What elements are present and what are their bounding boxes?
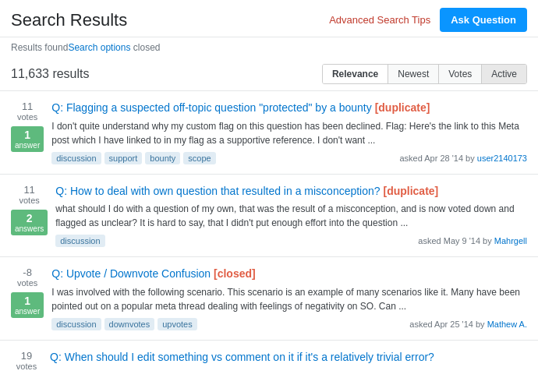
- vote-section: 19 votes: [11, 350, 42, 371]
- asked-info: asked Apr 28 '14 by user2140173: [399, 154, 527, 163]
- vote-label: votes: [17, 278, 37, 288]
- result-item: 19 votes Q: When should I edit something…: [0, 341, 538, 380]
- result-item: 11 votes 1 answer Q: Flagging a suspecte…: [0, 91, 538, 175]
- vote-label: votes: [19, 196, 39, 205]
- tags: discussion: [55, 235, 104, 247]
- answer-badge: 2 answers: [11, 210, 48, 235]
- tag[interactable]: bounty: [145, 152, 180, 164]
- result-content: Q: Flagging a suspected off-topic questi…: [51, 101, 527, 164]
- result-excerpt: I don't quite understand why my custom f…: [51, 119, 527, 147]
- result-title-link[interactable]: Q: When should I edit something vs comme…: [50, 350, 527, 366]
- asked-info: asked May 9 '14 by Mahrgell: [418, 236, 527, 245]
- answer-word: answers: [15, 224, 44, 233]
- tag[interactable]: discussion: [51, 318, 101, 330]
- page-title: Search Results: [11, 10, 127, 30]
- sort-tab-active[interactable]: Active: [482, 65, 526, 83]
- vote-count: 11: [23, 184, 34, 196]
- result-footer: discussion asked May 9 '14 by Mahrgell: [55, 235, 527, 247]
- ask-question-button[interactable]: Ask Question: [440, 8, 527, 32]
- tags: discussion downvotes upvotes: [51, 318, 196, 330]
- subheader: Results foundSearch options closed: [0, 37, 538, 58]
- closed-text: closed: [133, 42, 161, 53]
- user-link[interactable]: Mahrgell: [494, 236, 527, 245]
- result-content: Q: Upvote / Downvote Confusion [closed] …: [51, 267, 527, 330]
- sort-tab-newest[interactable]: Newest: [388, 65, 439, 83]
- answer-count: 1: [15, 295, 40, 307]
- vote-section: 11 votes 1 answer: [11, 101, 44, 164]
- sort-tabs: Relevance Newest Votes Active: [322, 64, 527, 84]
- result-footer: discussion support bounty scope asked Ap…: [51, 152, 527, 164]
- vote-count: -8: [23, 267, 32, 278]
- vote-label: votes: [16, 362, 37, 371]
- results-list: 11 votes 1 answer Q: Flagging a suspecte…: [0, 91, 538, 380]
- answer-badge: 1 answer: [11, 292, 44, 318]
- answer-count: 1: [15, 129, 40, 141]
- result-title-link[interactable]: Q: Upvote / Downvote Confusion [closed]: [51, 267, 527, 282]
- vote-section: 11 votes 2 answers: [11, 184, 48, 248]
- result-item: 11 votes 2 answers Q: How to deal with o…: [0, 175, 538, 258]
- advanced-search-link[interactable]: Advanced Search Tips: [329, 14, 430, 26]
- tag[interactable]: scope: [183, 152, 215, 164]
- result-title-link[interactable]: Q: Flagging a suspected off-topic questi…: [51, 101, 527, 116]
- answer-count: 2: [15, 212, 44, 224]
- sort-tab-relevance[interactable]: Relevance: [323, 65, 388, 83]
- result-excerpt: I was involved with the following scenar…: [51, 285, 527, 313]
- result-content: Q: How to deal with own question that re…: [55, 184, 527, 248]
- result-footer: discussion downvotes upvotes asked Apr 2…: [51, 318, 527, 330]
- tag[interactable]: upvotes: [158, 318, 197, 330]
- result-title-link[interactable]: Q: How to deal with own question that re…: [55, 184, 527, 200]
- answer-word: answer: [15, 141, 40, 150]
- page-header: Search Results Advanced Search Tips Ask …: [0, 0, 538, 37]
- tag[interactable]: downvotes: [104, 318, 155, 330]
- vote-count: 19: [21, 350, 32, 362]
- user-link[interactable]: user2140173: [477, 154, 527, 163]
- sort-tab-votes[interactable]: Votes: [439, 65, 482, 83]
- vote-label: votes: [17, 112, 37, 122]
- asked-info: asked Apr 25 '14 by Mathew A.: [409, 320, 527, 329]
- answer-word: answer: [15, 307, 40, 316]
- tag[interactable]: support: [104, 152, 143, 164]
- tag[interactable]: discussion: [51, 152, 101, 164]
- answer-badge: 1 answer: [11, 126, 44, 152]
- tags: discussion support bounty scope: [51, 152, 215, 164]
- vote-section: -8 votes 1 answer: [11, 267, 44, 330]
- results-found-text: Results found: [11, 42, 68, 53]
- result-item: -8 votes 1 answer Q: Upvote / Downvote C…: [0, 257, 538, 341]
- user-link[interactable]: Mathew A.: [487, 320, 527, 329]
- result-content: Q: When should I edit something vs comme…: [50, 350, 527, 371]
- tag[interactable]: discussion: [55, 235, 104, 247]
- results-count: 11,633 results: [11, 67, 90, 81]
- search-options-link[interactable]: Search options: [68, 42, 130, 53]
- duplicate-badge: [duplicate]: [375, 101, 430, 114]
- results-bar: 11,633 results Relevance Newest Votes Ac…: [0, 58, 538, 91]
- closed-badge: [closed]: [214, 267, 256, 280]
- result-excerpt: what should I do with a question of my o…: [55, 202, 527, 230]
- duplicate-badge: [duplicate]: [383, 185, 438, 197]
- header-actions: Advanced Search Tips Ask Question: [329, 8, 527, 32]
- vote-count: 11: [22, 101, 33, 112]
